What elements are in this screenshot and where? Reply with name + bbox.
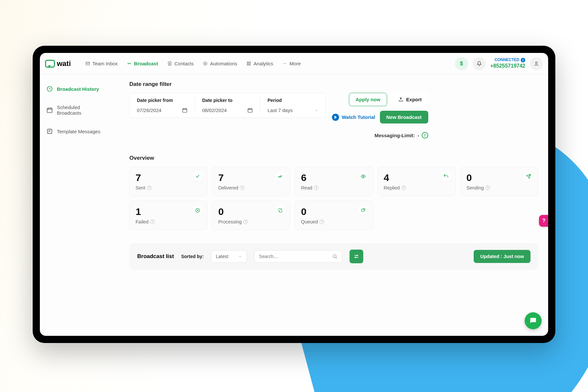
updated-button[interactable]: Updated : Just now (474, 250, 531, 263)
inbox-icon (85, 61, 90, 66)
date-filter: Date picker from 07/26/2024 Date picker … (129, 93, 326, 118)
logo[interactable]: wati (45, 59, 71, 68)
help-icon[interactable]: ? (314, 186, 318, 190)
failed-icon (193, 205, 203, 215)
new-broadcast-button[interactable]: New Broadcast (380, 111, 428, 123)
sort-select[interactable]: Latest (211, 250, 247, 263)
export-icon (398, 97, 403, 102)
broadcast-icon (127, 61, 132, 66)
help-icon[interactable]: ? (243, 220, 248, 224)
help-icon[interactable]: ? (485, 186, 490, 190)
period-select[interactable]: Last 7 days (268, 107, 318, 113)
stat-replied[interactable]: 4 Replied? (378, 167, 456, 196)
svg-point-19 (363, 176, 364, 177)
search-field[interactable] (259, 254, 329, 259)
stat-sent[interactable]: 7 Sent? (129, 167, 207, 196)
from-label: Date picker from (137, 98, 188, 103)
send-icon (524, 172, 533, 181)
export-button[interactable]: Export (392, 93, 428, 106)
sliders-icon (353, 253, 359, 259)
overview-title: Overview (129, 155, 538, 161)
help-icon[interactable]: ? (401, 186, 406, 190)
template-icon (46, 128, 53, 135)
history-icon (46, 86, 53, 92)
chat-icon (529, 317, 537, 325)
help-icon[interactable]: ? (319, 220, 324, 224)
nav-broadcast[interactable]: Broadcast (123, 58, 162, 69)
main-content: Date range filter Date picker from 07/26… (122, 74, 548, 336)
stats-grid: 7 Sent? 7 Delivered? 6 Read? (129, 167, 538, 230)
search-input[interactable] (254, 250, 342, 263)
watch-tutorial[interactable]: Watch Tutorial (332, 114, 375, 121)
stat-processing[interactable]: 0 Processing? (212, 201, 290, 230)
sidebar-broadcast-history[interactable]: Broadcast History (43, 82, 118, 96)
svg-point-5 (205, 63, 206, 64)
sidebar-scheduled-broadcasts[interactable]: Scheduled Broadcasts (43, 101, 118, 120)
date-to-input[interactable]: 08/02/2024 (202, 107, 253, 113)
svg-rect-8 (247, 64, 249, 65)
messaging-limit: Messaging-Limit: - ! (375, 132, 428, 139)
svg-rect-7 (249, 62, 251, 63)
check-icon (193, 172, 203, 181)
bell-icon (477, 61, 482, 66)
help-icon[interactable]: ? (147, 186, 152, 190)
play-icon (332, 114, 339, 121)
help-icon[interactable]: ? (150, 220, 155, 224)
filter-button[interactable] (350, 250, 363, 263)
svg-point-1 (129, 63, 130, 64)
svg-rect-17 (183, 109, 187, 112)
list-title: Broadcast list (137, 253, 174, 260)
stat-failed[interactable]: 1 Failed? (129, 201, 207, 230)
nav-contacts[interactable]: Contacts (163, 58, 198, 69)
eye-icon (358, 172, 368, 181)
queue-icon (358, 205, 368, 215)
sidebar: Broadcast History Scheduled Broadcasts T… (40, 74, 122, 336)
help-tab[interactable]: ? (539, 215, 548, 227)
svg-point-22 (333, 255, 336, 258)
more-icon (282, 61, 287, 66)
sidebar-template-messages[interactable]: Template Messages (43, 124, 118, 139)
svg-rect-21 (361, 209, 364, 212)
svg-point-4 (204, 62, 207, 65)
logo-text: wati (57, 59, 71, 68)
help-icon[interactable]: ? (240, 186, 244, 190)
period-label: Period (268, 98, 318, 103)
automations-icon (203, 61, 208, 66)
info-icon: i (521, 58, 525, 62)
svg-point-10 (283, 63, 284, 64)
nav-more[interactable]: More (278, 58, 304, 69)
logo-icon (45, 60, 55, 68)
svg-point-3 (169, 63, 170, 64)
svg-rect-15 (47, 108, 52, 112)
profile-button[interactable] (530, 57, 543, 70)
search-icon (332, 254, 337, 259)
filter-title: Date range filter (129, 81, 538, 88)
nav-analytics[interactable]: Analytics (242, 58, 277, 69)
warning-icon[interactable]: ! (422, 132, 428, 139)
stat-delivered[interactable]: 7 Delivered? (212, 167, 290, 196)
chevron-down-icon (315, 108, 318, 112)
date-from-input[interactable]: 07/26/2024 (137, 107, 188, 113)
chevron-down-icon (238, 254, 242, 258)
stat-queued[interactable]: 0 Queued? (295, 201, 373, 230)
top-bar: wati Team Inbox Broadcast Contacts Autom… (40, 53, 548, 74)
stat-read[interactable]: 6 Read? (295, 167, 373, 196)
analytics-icon (246, 61, 251, 66)
to-label: Date picker to (202, 98, 253, 103)
svg-rect-18 (248, 109, 252, 112)
user-icon (534, 61, 539, 66)
connection-status[interactable]: CONNECTED i +85255719742 (490, 57, 525, 69)
stat-sending[interactable]: 0 Sending? (460, 167, 538, 196)
nav-automations[interactable]: Automations (199, 58, 241, 69)
apply-button[interactable]: Apply now (349, 93, 387, 106)
svg-point-24 (355, 257, 356, 258)
chat-fab[interactable] (525, 312, 542, 329)
notifications-button[interactable] (473, 57, 486, 70)
nav-team-inbox[interactable]: Team Inbox (81, 58, 122, 69)
svg-point-11 (285, 63, 285, 64)
calendar-icon (247, 107, 253, 113)
main-nav: Team Inbox Broadcast Contacts Automation… (81, 58, 305, 69)
credits-button[interactable]: $ (455, 57, 468, 70)
svg-point-12 (286, 63, 286, 64)
svg-point-23 (357, 255, 358, 256)
